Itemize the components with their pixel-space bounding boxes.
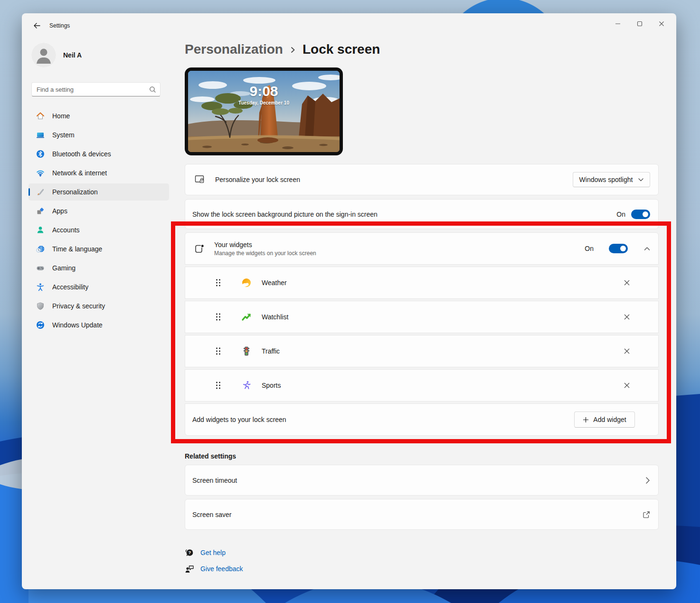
chevron-right-icon bbox=[290, 45, 296, 54]
widget-name: Weather bbox=[262, 279, 287, 287]
lock-screen-mode-dropdown[interactable]: Windows spotlight bbox=[573, 172, 650, 187]
breadcrumb: Personalization Lock screen bbox=[185, 41, 659, 58]
chevron-up-icon bbox=[644, 247, 650, 251]
drag-handle-icon[interactable] bbox=[216, 381, 224, 390]
remove-widget-button[interactable] bbox=[622, 346, 632, 356]
widgets-toggle-state: On bbox=[585, 245, 594, 252]
feedback-icon bbox=[185, 564, 194, 574]
wifi-icon bbox=[36, 169, 45, 177]
user-icon bbox=[31, 43, 56, 67]
add-widgets-label: Add widgets to your lock screen bbox=[192, 416, 286, 423]
drag-handle-icon[interactable] bbox=[216, 347, 224, 355]
give-feedback-link[interactable]: Give feedback bbox=[185, 564, 659, 574]
widget-row-watchlist: Watchlist bbox=[185, 301, 659, 333]
gamepad-icon bbox=[36, 264, 45, 272]
close-icon bbox=[624, 348, 630, 354]
lock-screen-preview: 9:08 Tuesday, December 10 bbox=[185, 67, 343, 155]
widgets-title: Your widgets bbox=[214, 241, 316, 249]
external-link-icon bbox=[643, 511, 650, 518]
sidebar-item-network-internet[interactable]: Network & internet bbox=[28, 164, 169, 182]
chevron-down-icon bbox=[638, 178, 643, 182]
remove-widget-button[interactable] bbox=[622, 312, 632, 322]
accessibility-icon bbox=[36, 283, 45, 291]
add-widgets-row: Add widgets to your lock screen Add widg… bbox=[185, 403, 659, 436]
chevron-right-icon bbox=[645, 477, 650, 484]
get-help-link[interactable]: ? Get help bbox=[185, 547, 659, 558]
footer-links: ? Get help Give feedback bbox=[185, 547, 659, 574]
sidebar-nav: Home System Bluetooth & devices Network … bbox=[28, 107, 169, 335]
preview-date: Tuesday, December 10 bbox=[188, 100, 340, 105]
signin-toggle[interactable] bbox=[631, 210, 650, 219]
shield-icon bbox=[36, 302, 45, 310]
lock-screen-icon bbox=[194, 174, 206, 185]
widget-row-weather: Weather bbox=[185, 267, 659, 299]
search-box[interactable] bbox=[31, 82, 161, 96]
close-icon bbox=[624, 279, 630, 286]
sidebar-item-windows-update[interactable]: Windows Update bbox=[28, 316, 169, 334]
sports-icon bbox=[241, 380, 252, 391]
user-name: Neil A bbox=[63, 51, 82, 59]
main-content: Personalization Lock screen bbox=[185, 13, 659, 574]
dropdown-value: Windows spotlight bbox=[579, 176, 633, 183]
avatar[interactable] bbox=[31, 43, 56, 67]
drag-handle-icon[interactable] bbox=[216, 278, 224, 287]
update-icon bbox=[36, 321, 45, 329]
back-button[interactable] bbox=[29, 20, 45, 31]
widgets-toggle[interactable] bbox=[609, 244, 628, 253]
weather-icon bbox=[241, 278, 252, 288]
signin-background-card: Show the lock screen background picture … bbox=[185, 199, 659, 229]
search-input[interactable] bbox=[37, 86, 149, 93]
breadcrumb-parent[interactable]: Personalization bbox=[185, 42, 283, 57]
window-title: Settings bbox=[49, 22, 70, 29]
close-icon bbox=[624, 382, 630, 389]
help-icon: ? bbox=[185, 548, 194, 557]
svg-text:?: ? bbox=[189, 550, 191, 555]
personalize-label: Personalize your lock screen bbox=[215, 176, 300, 183]
search-icon bbox=[149, 86, 156, 93]
remove-widget-button[interactable] bbox=[622, 381, 632, 390]
sidebar-item-home[interactable]: Home bbox=[28, 107, 169, 124]
arrow-left-icon bbox=[33, 21, 41, 30]
close-icon bbox=[659, 21, 664, 27]
sidebar-item-privacy-security[interactable]: Privacy & security bbox=[28, 297, 169, 315]
widget-name: Traffic bbox=[262, 347, 280, 355]
signin-toggle-state: On bbox=[616, 211, 625, 218]
personalize-lock-screen-card: Personalize your lock screen Windows spo… bbox=[185, 164, 659, 195]
settings-window: Settings Neil A Home System bbox=[22, 13, 676, 589]
sidebar-item-personalization[interactable]: Personalization bbox=[28, 183, 169, 201]
sidebar-item-gaming[interactable]: Gaming bbox=[28, 259, 169, 277]
collapse-button[interactable] bbox=[644, 247, 650, 251]
page-title: Lock screen bbox=[303, 42, 380, 57]
widget-name: Sports bbox=[262, 382, 281, 389]
screen-saver-card[interactable]: Screen saver bbox=[185, 499, 659, 530]
bluetooth-icon bbox=[36, 150, 45, 158]
widget-row-traffic: Traffic bbox=[185, 335, 659, 367]
sidebar-item-system[interactable]: System bbox=[28, 126, 169, 144]
apps-icon bbox=[36, 207, 45, 215]
person-icon bbox=[36, 226, 45, 234]
drag-handle-icon[interactable] bbox=[216, 313, 224, 321]
plus-icon bbox=[583, 417, 589, 423]
widget-name: Watchlist bbox=[262, 313, 288, 321]
sidebar-item-apps[interactable]: Apps bbox=[28, 202, 169, 220]
widgets-subtitle: Manage the widgets on your lock screen bbox=[214, 250, 316, 257]
add-widget-button[interactable]: Add widget bbox=[574, 412, 635, 428]
signin-label: Show the lock screen background picture … bbox=[192, 211, 378, 218]
widget-row-sports: Sports bbox=[185, 369, 659, 402]
home-icon bbox=[36, 112, 45, 120]
remove-widget-button[interactable] bbox=[622, 278, 632, 287]
your-widgets-header[interactable]: Your widgets Manage the widgets on your … bbox=[185, 232, 659, 265]
preview-time: 9:08 bbox=[188, 83, 340, 99]
close-icon bbox=[624, 314, 630, 320]
related-settings-header: Related settings bbox=[185, 452, 659, 460]
screen-timeout-card[interactable]: Screen timeout bbox=[185, 465, 659, 496]
sidebar-item-time-language[interactable]: Time & language bbox=[28, 240, 169, 258]
paintbrush-icon bbox=[36, 188, 45, 196]
globe-clock-icon bbox=[36, 245, 45, 253]
sidebar-item-accounts[interactable]: Accounts bbox=[28, 221, 169, 239]
traffic-icon bbox=[241, 346, 252, 356]
watchlist-icon bbox=[241, 312, 252, 322]
sidebar-item-bluetooth-devices[interactable]: Bluetooth & devices bbox=[28, 145, 169, 163]
system-icon bbox=[36, 131, 45, 139]
sidebar-item-accessibility[interactable]: Accessibility bbox=[28, 278, 169, 296]
